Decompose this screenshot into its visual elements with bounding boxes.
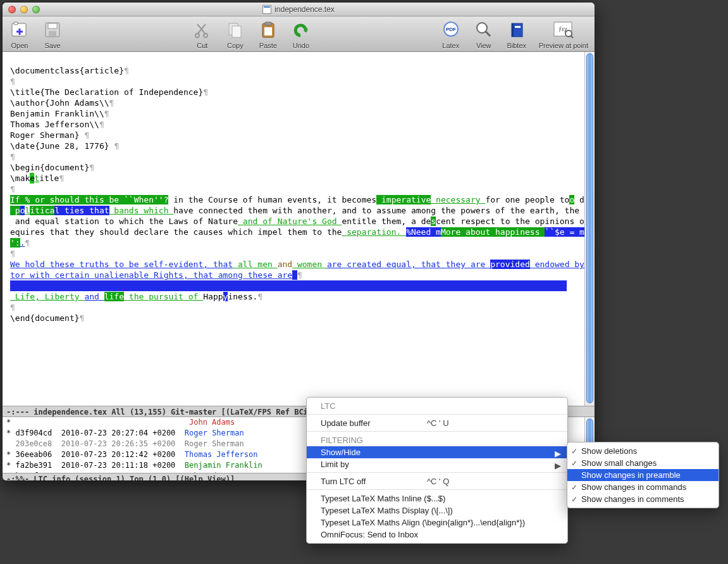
bibtex-button[interactable]: Bibtex [506, 19, 527, 49]
text-editor[interactable]: \documentclass{article}¶ ¶ \title{The De… [3, 52, 595, 406]
menu-typeset-inline[interactable]: Typeset LaTeX Maths Inline ($...$) [307, 492, 567, 504]
svg-rect-3 [48, 23, 57, 28]
clipboard-icon [257, 19, 279, 41]
scissors-icon [192, 19, 213, 41]
document-proxy-icon[interactable] [262, 5, 271, 14]
undo-icon [290, 19, 312, 41]
submenu-show-changes-commands[interactable]: ✓Show changes in commands [567, 481, 719, 493]
menu-omnifocus[interactable]: OmniFocus: Send to Inbox [307, 529, 567, 541]
menu-limit-by[interactable]: Limit by▶ [307, 458, 567, 473]
copy-icon [225, 19, 246, 41]
titlebar[interactable]: independence.tex [3, 3, 595, 16]
editor-content[interactable]: \documentclass{article}¶ ¶ \title{The De… [10, 54, 583, 323]
window-title: independence.tex [3, 5, 595, 14]
menu-turn-ltc-off[interactable]: Turn LTC off^C ' Q [307, 475, 567, 490]
editor-scrollbar[interactable] [584, 52, 595, 406]
tex-preview-icon: ƒεχ [553, 19, 574, 41]
svg-rect-1 [14, 22, 18, 25]
submenu-arrow-icon: ▶ [555, 461, 561, 470]
menu-typeset-align[interactable]: Typeset LaTeX Maths Align (\begin{align*… [307, 517, 567, 529]
open-button[interactable]: Open [9, 19, 30, 49]
save-icon [42, 19, 63, 41]
paste-button[interactable]: Paste [257, 19, 279, 49]
svg-rect-17 [515, 26, 521, 28]
book-icon [506, 19, 527, 41]
svg-rect-4 [49, 31, 56, 36]
window-title-text: independence.tex [275, 5, 335, 14]
menu-filtering-header: FILTERING [307, 434, 567, 446]
context-menu-ltc[interactable]: LTC Update buffer^C ' U FILTERING Show/H… [306, 397, 568, 544]
submenu-show-changes-comments[interactable]: ✓Show changes in comments [567, 493, 719, 505]
pdf-icon: PDF [440, 19, 462, 41]
open-icon [9, 19, 30, 41]
submenu-show-deletions[interactable]: ✓Show deletions [567, 445, 719, 457]
undo-button[interactable]: Undo [290, 19, 312, 49]
cut-button[interactable]: Cut [192, 19, 213, 49]
context-submenu-showhide[interactable]: ✓Show deletions ✓Show small changes Show… [567, 442, 719, 508]
svg-point-14 [477, 23, 487, 33]
menu-show-hide[interactable]: Show/Hide▶ [307, 446, 567, 458]
toolbar: Open Save Cut Copy Paste Undo PDFLatex V… [3, 16, 595, 52]
svg-rect-11 [264, 27, 272, 35]
check-icon: ✓ [571, 483, 577, 492]
check-icon: ✓ [571, 447, 577, 456]
menu-header: LTC [307, 400, 567, 415]
submenu-show-changes-preamble[interactable]: Show changes in preamble [567, 469, 719, 481]
magnifier-icon [473, 19, 495, 41]
submenu-show-small-changes[interactable]: ✓Show small changes [567, 457, 719, 469]
check-icon: ✓ [571, 495, 577, 504]
svg-point-6 [204, 34, 207, 37]
scrollbar-thumb[interactable] [586, 53, 593, 403]
submenu-arrow-icon: ▶ [555, 449, 561, 458]
view-button[interactable]: View [473, 19, 495, 49]
svg-text:PDF: PDF [446, 27, 456, 32]
save-button[interactable]: Save [42, 19, 63, 49]
svg-rect-16 [512, 23, 514, 37]
latex-button[interactable]: PDFLatex [440, 19, 462, 49]
menu-update-buffer[interactable]: Update buffer^C ' U [307, 417, 567, 432]
menu-typeset-display[interactable]: Typeset LaTeX Maths Display (\[...\]) [307, 504, 567, 517]
copy-button[interactable]: Copy [225, 19, 246, 49]
svg-point-5 [195, 34, 199, 37]
svg-rect-10 [265, 22, 271, 25]
preview-button[interactable]: ƒεχPreview at point [539, 19, 588, 49]
svg-rect-8 [232, 26, 241, 37]
check-icon: ✓ [571, 459, 577, 468]
